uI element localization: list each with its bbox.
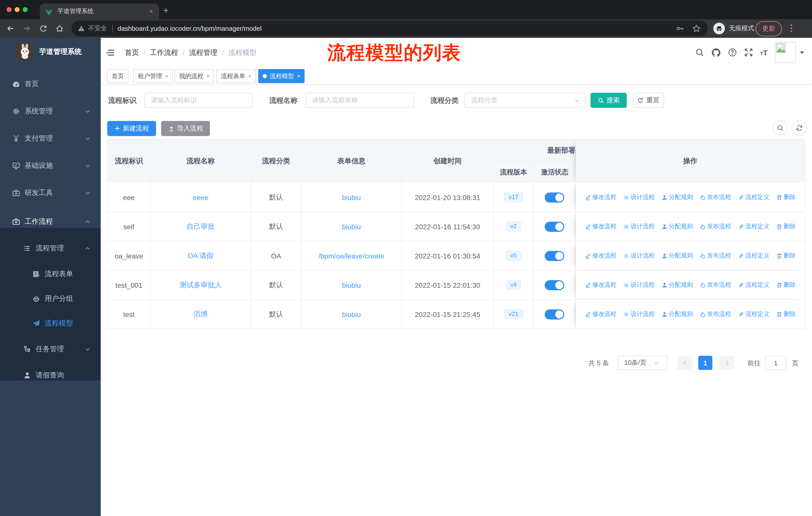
update-button[interactable]: 更新 [756, 21, 782, 36]
action-assign-user[interactable]: 分配规则 [661, 251, 693, 260]
next-page-button[interactable] [719, 356, 734, 370]
action-design-gear[interactable]: 设计流程 [623, 251, 655, 260]
active-toggle[interactable] [545, 309, 564, 319]
sidebar-item-toolbox[interactable]: 研发工具 [0, 185, 101, 200]
cell-name-link[interactable]: 滔博 [194, 310, 208, 319]
reset-button[interactable]: 重置 [633, 93, 664, 108]
action-assign-user[interactable]: 分配规则 [661, 222, 693, 231]
reload-icon[interactable] [39, 24, 47, 32]
caret-down-icon[interactable] [799, 49, 805, 55]
action-definition-clip[interactable]: 流程定义 [738, 193, 770, 201]
action-publish-hand[interactable]: 发布流程 [699, 310, 731, 319]
search-button[interactable]: 搜索 [590, 93, 627, 108]
avatar[interactable] [775, 42, 796, 63]
sidebar-item-gear[interactable]: 系统管理 [0, 104, 101, 119]
sidebar-item-robot[interactable]: 用户分组 [0, 291, 101, 306]
active-toggle[interactable] [545, 251, 564, 261]
active-toggle[interactable] [545, 192, 564, 202]
cell-form-link[interactable]: biubiu [342, 193, 361, 201]
toggle-search-button[interactable] [773, 120, 788, 136]
action-definition-clip[interactable]: 流程定义 [738, 310, 770, 319]
sidebar-item-tree[interactable]: 任务管理 [0, 342, 101, 357]
traffic-light-minimize[interactable] [14, 7, 20, 12]
tag-close-icon[interactable]: × [297, 73, 300, 79]
cell-form-link[interactable]: biubiu [342, 222, 361, 230]
action-trash[interactable]: 删除 [776, 193, 795, 201]
bookmark-star-icon[interactable] [692, 24, 701, 33]
import-process-button[interactable]: 导入流程 [161, 121, 210, 136]
sidebar-item-paper-plane[interactable]: 流程模型 [0, 316, 101, 331]
sidebar-item-monitor[interactable]: 基础设施 [0, 158, 101, 173]
action-definition-clip[interactable]: 流程定义 [738, 222, 770, 231]
breadcrumb-item[interactable]: 流程管理 [189, 48, 218, 57]
action-edit[interactable]: 修改流程 [585, 193, 616, 201]
action-design-gear[interactable]: 设计流程 [623, 222, 655, 231]
key-icon[interactable] [675, 24, 684, 33]
action-trash[interactable]: 删除 [776, 310, 795, 319]
cell-name-link[interactable]: 自己审批 [186, 222, 215, 231]
filter-id-input[interactable]: 请输入流程标识 [144, 93, 253, 108]
tab-close-icon[interactable]: × [149, 7, 153, 15]
action-publish-hand[interactable]: 发布流程 [699, 193, 731, 201]
filter-name-input[interactable]: 请输入流程名称 [306, 93, 414, 108]
action-publish-hand[interactable]: 发布流程 [699, 251, 731, 260]
cell-name-link[interactable]: eeee [193, 193, 208, 201]
sidebar-item-briefcase[interactable]: 工作流程 [0, 214, 101, 229]
action-design-gear[interactable]: 设计流程 [623, 281, 655, 289]
action-edit[interactable]: 修改流程 [585, 281, 616, 289]
fullscreen-icon[interactable] [744, 48, 753, 57]
sidebar-item-yen[interactable]: 支付管理 [0, 131, 101, 146]
collapse-sidebar-icon[interactable] [106, 48, 115, 57]
breadcrumb-item[interactable]: 首页 [125, 48, 139, 57]
search-icon[interactable] [695, 48, 704, 57]
refresh-table-button[interactable] [792, 120, 807, 136]
cell-form-link[interactable]: /bpm/oa/leave/create [318, 252, 384, 260]
tag-active-4[interactable]: 流程模型× [258, 69, 305, 83]
browser-menu-icon[interactable] [787, 23, 795, 33]
action-edit[interactable]: 修改流程 [585, 251, 616, 260]
action-trash[interactable]: 删除 [776, 251, 795, 260]
home-icon[interactable] [55, 24, 64, 33]
current-page[interactable]: 1 [698, 356, 712, 370]
action-assign-user[interactable]: 分配规则 [661, 281, 693, 289]
breadcrumb-item[interactable]: 工作流程 [150, 48, 178, 57]
tag-close-icon[interactable]: × [165, 73, 168, 79]
help-icon[interactable] [728, 48, 737, 57]
tag-1[interactable]: 租户管理× [134, 69, 173, 83]
browser-tab[interactable]: 芋道管理系统 × [40, 3, 159, 19]
action-publish-hand[interactable]: 发布流程 [699, 281, 731, 289]
action-design-gear[interactable]: 设计流程 [623, 193, 655, 201]
prev-page-button[interactable] [677, 356, 692, 370]
create-process-button[interactable]: 新建流程 [107, 121, 156, 136]
page-size-select[interactable]: 10条/页 [618, 356, 668, 370]
action-edit[interactable]: 修改流程 [585, 222, 616, 231]
tag-close-icon[interactable]: × [248, 73, 252, 79]
sidebar-item-list[interactable]: 流程管理 [0, 241, 101, 256]
sidebar-item-form[interactable]: 流程表单 [0, 267, 101, 282]
tag-3[interactable]: 流程表单× [216, 69, 256, 83]
url-text[interactable]: dashboard.yudao.iocoder.cn/bpm/manager/m… [118, 25, 262, 32]
sidebar-item-user[interactable]: 请假查询 [0, 368, 101, 383]
action-trash[interactable]: 删除 [776, 222, 795, 231]
action-assign-user[interactable]: 分配规则 [661, 193, 693, 201]
new-tab-button[interactable]: + [163, 5, 169, 16]
tag-2[interactable]: 我的流程× [175, 69, 214, 83]
action-design-gear[interactable]: 设计流程 [623, 310, 655, 319]
sidebar-item-dashboard[interactable]: 首页 [0, 77, 101, 92]
active-toggle[interactable] [545, 221, 564, 232]
goto-page-input[interactable]: 1 [765, 356, 786, 370]
github-icon[interactable] [711, 48, 721, 57]
active-toggle[interactable] [545, 280, 564, 290]
traffic-light-zoom[interactable] [23, 7, 28, 12]
back-icon[interactable] [6, 24, 14, 33]
action-trash[interactable]: 删除 [776, 281, 795, 289]
action-definition-clip[interactable]: 流程定义 [738, 281, 770, 289]
action-edit[interactable]: 修改流程 [585, 310, 616, 319]
app-logo[interactable] [17, 43, 33, 59]
cell-name-link[interactable]: OA 请假 [188, 251, 214, 260]
traffic-light-close[interactable] [6, 7, 11, 12]
tag-close-icon[interactable]: × [206, 73, 210, 79]
security-label[interactable]: 不安全 [88, 24, 107, 33]
tag-0[interactable]: 首页 [107, 69, 128, 83]
cell-form-link[interactable]: biubiu [342, 281, 361, 289]
